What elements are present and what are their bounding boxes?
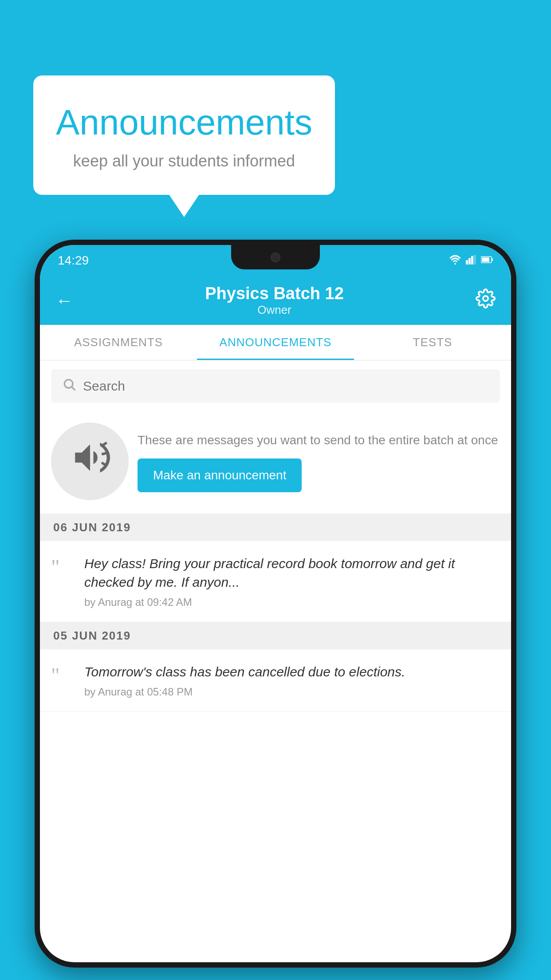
battery-icon <box>481 255 493 266</box>
phone-frame: 14:29 <box>35 240 516 968</box>
svg-point-8 <box>483 296 488 301</box>
announcement-promo: These are messages you want to send to t… <box>40 411 511 514</box>
settings-button[interactable] <box>476 288 496 312</box>
svg-line-10 <box>72 387 75 390</box>
header-title: Physics Batch 12 <box>205 284 344 303</box>
make-announcement-button[interactable]: Make an announcement <box>138 458 302 492</box>
svg-line-11 <box>102 443 106 446</box>
speech-bubble-subtitle: keep all your students informed <box>55 152 313 170</box>
quote-icon-2: " <box>51 665 75 686</box>
date-header-1: 06 JUN 2019 <box>40 514 511 541</box>
back-button[interactable]: ← <box>55 291 73 311</box>
app-header: ← Physics Batch 12 Owner <box>40 276 511 325</box>
search-bar[interactable] <box>51 369 500 403</box>
megaphone-circle <box>51 423 129 500</box>
status-time: 14:29 <box>58 253 89 268</box>
announcement-meta-1: by Anurag at 09:42 AM <box>84 596 500 609</box>
announcement-text-1: Hey class! Bring your practical record b… <box>84 554 500 592</box>
svg-line-12 <box>102 453 108 454</box>
header-subtitle: Owner <box>205 303 344 317</box>
svg-rect-2 <box>468 258 471 264</box>
promo-right: These are messages you want to send to t… <box>138 431 500 492</box>
svg-rect-7 <box>482 257 489 262</box>
tab-assignments[interactable]: ASSIGNMENTS <box>40 325 197 360</box>
speech-bubble-card: Announcements keep all your students inf… <box>33 75 335 195</box>
svg-rect-3 <box>471 256 473 265</box>
phone-notch <box>231 245 320 269</box>
phone-screen: 14:29 <box>40 245 511 962</box>
svg-rect-1 <box>466 260 468 265</box>
svg-point-0 <box>454 263 456 265</box>
megaphone-icon <box>70 438 110 485</box>
tab-announcements[interactable]: ANNOUNCEMENTS <box>197 325 354 360</box>
tab-bar: ASSIGNMENTS ANNOUNCEMENTS TESTS <box>40 325 511 360</box>
search-input[interactable] <box>83 379 489 394</box>
camera-icon <box>271 253 280 262</box>
announcement-item-1: " Hey class! Bring your practical record… <box>40 541 511 622</box>
svg-point-9 <box>64 379 73 388</box>
search-icon <box>62 377 76 395</box>
announcement-text-2: Tomorrow's class has been cancelled due … <box>84 663 500 681</box>
promo-description: These are messages you want to send to t… <box>138 431 500 450</box>
announcement-content-1: Hey class! Bring your practical record b… <box>84 554 500 609</box>
tab-tests[interactable]: TESTS <box>354 325 511 360</box>
wifi-icon <box>449 255 461 266</box>
svg-rect-6 <box>492 258 493 261</box>
header-title-section: Physics Batch 12 Owner <box>205 284 344 317</box>
date-header-2: 05 JUN 2019 <box>40 622 511 649</box>
announcement-content-2: Tomorrow's class has been cancelled due … <box>84 663 500 698</box>
signal-icon <box>466 255 476 266</box>
speech-bubble-title: Announcements <box>55 102 313 143</box>
svg-rect-4 <box>474 255 476 265</box>
announcement-meta-2: by Anurag at 05:48 PM <box>84 686 500 698</box>
quote-icon-1: " <box>51 557 75 578</box>
status-icons <box>449 255 493 266</box>
announcement-item-2: " Tomorrow's class has been cancelled du… <box>40 649 511 712</box>
